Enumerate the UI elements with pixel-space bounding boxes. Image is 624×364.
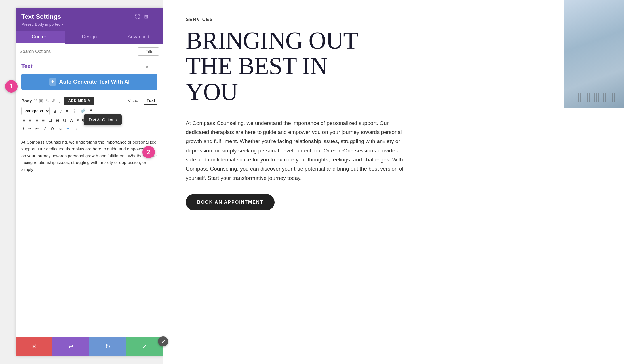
- device-icon[interactable]: ▣: [39, 98, 43, 103]
- expand-button[interactable]: ↔: [72, 125, 79, 132]
- save-button[interactable]: ✓: [126, 337, 163, 356]
- more-format-button[interactable]: ▾: [75, 117, 81, 124]
- layout-icon[interactable]: ⊞: [144, 14, 148, 20]
- fullscreen-icon[interactable]: ⛶: [135, 14, 140, 20]
- reset-icon[interactable]: ↺: [51, 98, 55, 103]
- body-paragraph: At Compass Counseling, we understand the…: [186, 119, 407, 183]
- justify-button[interactable]: ≡: [41, 117, 46, 124]
- cursor-icon[interactable]: ↖: [45, 98, 49, 103]
- omega-button[interactable]: Ω: [49, 125, 55, 132]
- undo-button[interactable]: ↩: [52, 337, 89, 356]
- ai-inline-button[interactable]: ✦: [65, 125, 71, 132]
- panel-tabs: Content Design Advanced: [16, 31, 163, 44]
- divi-ai-tooltip: Divi AI Options: [84, 114, 122, 125]
- panel-title: Text Settings: [21, 13, 61, 20]
- text-section-header: Text ∧ ⋮: [16, 59, 163, 72]
- step-1-indicator: 1: [5, 80, 18, 93]
- bold-button[interactable]: B: [52, 108, 58, 114]
- text-color-button[interactable]: A: [69, 117, 74, 124]
- help-icon[interactable]: ?: [34, 98, 37, 103]
- panel-body: Text ∧ ⋮ ✦ Auto Generate Text With AI Bo…: [16, 59, 163, 356]
- collapse-icon[interactable]: ∧: [145, 63, 149, 70]
- quote-button[interactable]: ❝: [88, 108, 93, 114]
- unordered-list-button[interactable]: ≡: [64, 108, 69, 114]
- editor-content[interactable]: At Compass Counseling, we understand the…: [16, 136, 163, 176]
- panel-footer: ✕ ↩ ↻ ✓: [16, 337, 163, 356]
- ordered-list-button[interactable]: ⋮: [71, 108, 78, 114]
- italic-button[interactable]: I: [59, 108, 63, 114]
- toolbar-row-4: I ⇥ ⇤ ⤢ Ω ☺ ✦ ↔: [21, 125, 157, 132]
- tab-content[interactable]: Content: [16, 31, 65, 44]
- emoji-button[interactable]: ☺: [56, 125, 64, 132]
- step-2-indicator: 2: [142, 146, 155, 158]
- section-title: Text: [21, 63, 33, 70]
- filter-button[interactable]: + Filter: [138, 47, 159, 56]
- paragraph-select[interactable]: Paragraph Heading 1 Heading 2: [21, 107, 50, 115]
- book-appointment-button[interactable]: BOOK AN APPOINTMENT: [186, 194, 275, 210]
- section-more-icon[interactable]: ⋮: [152, 63, 157, 70]
- align-left-button[interactable]: ≡: [21, 117, 27, 124]
- add-media-button[interactable]: ADD MEDIA: [64, 97, 94, 105]
- preset-arrow-icon[interactable]: ▾: [62, 22, 64, 26]
- more-toolbar-icon[interactable]: ⋮: [57, 98, 62, 103]
- body-label: Body: [21, 98, 32, 103]
- cancel-button[interactable]: ✕: [16, 337, 52, 356]
- visual-tab[interactable]: Visual: [126, 97, 142, 105]
- align-right-button[interactable]: ≡: [34, 117, 40, 124]
- section-controls: ∧ ⋮: [145, 63, 157, 70]
- resize-handle[interactable]: ↙: [158, 336, 168, 346]
- text-tab[interactable]: Text: [144, 97, 157, 105]
- ai-generate-button[interactable]: ✦ Auto Generate Text With AI: [21, 74, 157, 90]
- italic2-button[interactable]: I: [21, 125, 25, 132]
- toolbar-row-2: Paragraph Heading 1 Heading 2 B I ≡ ⋮ 🔗 …: [21, 107, 157, 115]
- services-label: SERVICES: [186, 17, 601, 22]
- fullscreen-editor-button[interactable]: ⤢: [42, 125, 48, 132]
- more-options-icon[interactable]: ⋮: [152, 14, 157, 20]
- image-texture: [574, 93, 621, 102]
- editor-toolbar: Body ? ▣ ↖ ↺ ⋮ ADD MEDIA Visual Text: [16, 94, 163, 136]
- redo-button[interactable]: ↻: [89, 337, 126, 356]
- tab-advanced[interactable]: Advanced: [114, 31, 163, 44]
- visual-text-tabs: Visual Text: [126, 97, 157, 105]
- strikethrough-button[interactable]: S: [55, 117, 60, 124]
- align-center-button[interactable]: ≡: [28, 117, 33, 124]
- search-input[interactable]: [20, 49, 135, 54]
- indent-button[interactable]: ⇥: [26, 125, 33, 132]
- main-heading: BRINGING OUT THE BEST IN YOU: [186, 28, 601, 105]
- link-button[interactable]: 🔗: [79, 108, 87, 114]
- tab-design[interactable]: Design: [65, 31, 114, 44]
- toolbar-row-1: Body ? ▣ ↖ ↺ ⋮ ADD MEDIA Visual Text: [21, 97, 157, 105]
- ai-icon: ✦: [49, 78, 56, 86]
- panel-header: Text Settings ⛶ ⊞ ⋮ Preset: Body importe…: [16, 8, 163, 31]
- outdent-button[interactable]: ⇤: [34, 125, 41, 132]
- content-area: SERVICES BRINGING OUT THE BEST IN YOU At…: [163, 0, 624, 364]
- panel-header-top: Text Settings ⛶ ⊞ ⋮: [21, 13, 157, 20]
- text-settings-panel: Text Settings ⛶ ⊞ ⋮ Preset: Body importe…: [16, 8, 163, 356]
- underline-button[interactable]: U: [62, 117, 68, 124]
- panel-header-icons: ⛶ ⊞ ⋮: [135, 14, 157, 20]
- toolbar-row-3: ≡ ≡ ≡ ≡ ⊞ S U A ▾ ⊡ Divi AI Options: [21, 117, 157, 124]
- search-bar: + Filter: [16, 44, 163, 59]
- hero-image: [564, 0, 624, 108]
- table-button[interactable]: ⊞: [47, 117, 54, 124]
- panel-preset: Preset: Body imported ▾: [21, 22, 157, 27]
